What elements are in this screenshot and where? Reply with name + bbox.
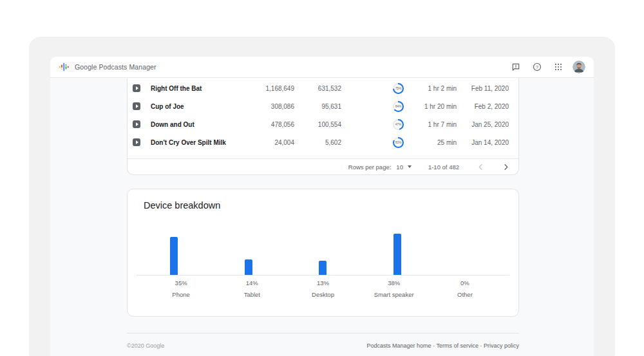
- chart-column: [137, 237, 211, 275]
- play-button[interactable]: [133, 120, 140, 128]
- google-podcasts-logo-icon: [59, 62, 69, 72]
- chart-bar: [393, 234, 401, 275]
- chart-label-column: 0% Other: [430, 276, 500, 298]
- copyright-text: ©2020 Google: [127, 342, 164, 349]
- chart-column: [211, 259, 286, 275]
- episode-duration: 1 hr 2 min: [410, 85, 457, 92]
- chart-labels: 35% Phone 14% Tablet 13% Desktop 38% Sma…: [137, 276, 509, 298]
- retention-cell: 47%: [341, 119, 410, 130]
- bar-category-label: Phone: [146, 291, 216, 298]
- bar-value-label: 35%: [146, 279, 216, 286]
- episode-duration: 1 hr 20 min: [410, 103, 457, 110]
- footer-link[interactable]: Privacy policy: [484, 342, 519, 349]
- footer-link[interactable]: Podcasts Manager home: [367, 342, 431, 349]
- retention-percent: 75%: [394, 84, 402, 93]
- screenshot-canvas: Google Podcasts Manager ?: [0, 0, 644, 356]
- chart-bar: [319, 261, 327, 275]
- episode-listeners: 100,554: [294, 121, 341, 128]
- play-icon: [136, 122, 138, 126]
- episode-date: Jan 25, 2020: [457, 121, 509, 128]
- episodes-rows: Right Off the Bat 1,168,649 631,532 75% …: [128, 78, 518, 158]
- retention-cell: 64%: [341, 101, 410, 112]
- table-row[interactable]: Don't Cry Over Spilt Milk 24,004 5,602 8…: [128, 133, 518, 151]
- episode-title[interactable]: Cup of Joe: [148, 103, 242, 110]
- chart-label-column: 14% Tablet: [216, 276, 287, 298]
- episode-duration: 25 min: [410, 139, 457, 146]
- chart-bar: [245, 259, 252, 275]
- play-icon: [136, 86, 138, 90]
- chevron-left-icon: [477, 164, 484, 171]
- pagination-bar: Rows per page: 10 1-10 of 482: [128, 158, 518, 174]
- pagination-range: 1-10 of 482: [428, 164, 459, 171]
- app-content: Right Off the Bat 1,168,649 631,532 75% …: [50, 78, 594, 349]
- episode-date: Jan 14, 2020: [457, 139, 509, 146]
- retention-percent: 64%: [394, 102, 402, 111]
- help-icon: ?: [533, 62, 542, 71]
- retention-cell: 75%: [341, 83, 410, 94]
- episode-listeners: 631,532: [294, 85, 341, 92]
- chart-column: [360, 234, 435, 275]
- play-button[interactable]: [133, 138, 140, 146]
- episode-plays: 1,168,649: [242, 85, 294, 92]
- bar-category-label: Tablet: [216, 291, 287, 298]
- episode-plays: 308,086: [242, 103, 294, 110]
- retention-ring: 83%: [393, 137, 404, 148]
- play-icon: [136, 104, 138, 108]
- episode-title[interactable]: Down and Out: [148, 121, 242, 128]
- chart-label-column: 38% Smart speaker: [359, 276, 430, 298]
- retention-cell: 83%: [341, 137, 410, 148]
- rows-per-page-value[interactable]: 10: [396, 164, 403, 171]
- next-page-button[interactable]: [502, 163, 509, 171]
- table-row[interactable]: Right Off the Bat 1,168,649 631,532 75% …: [128, 79, 518, 97]
- episode-listeners: 95,631: [294, 103, 341, 110]
- bar-category-label: Smart speaker: [359, 291, 430, 298]
- table-row[interactable]: Cup of Joe 308,086 95,631 64% 1 hr 20 mi…: [128, 97, 518, 115]
- retention-percent: 83%: [394, 138, 402, 147]
- retention-percent: 47%: [394, 120, 402, 129]
- account-avatar[interactable]: [573, 61, 585, 73]
- page-footer: ©2020 Google Podcasts Manager home · Ter…: [127, 333, 519, 349]
- chevron-right-icon: [502, 164, 509, 171]
- play-button[interactable]: [133, 102, 140, 110]
- device-breakdown-chart: 35% Phone 14% Tablet 13% Desktop 38% Sma…: [128, 224, 518, 298]
- app-header: Google Podcasts Manager ?: [50, 57, 594, 78]
- app-window: Google Podcasts Manager ?: [50, 57, 594, 356]
- footer-links: Podcasts Manager home · Terms of service…: [367, 342, 519, 349]
- episodes-table-card: Right Off the Bat 1,168,649 631,532 75% …: [127, 78, 519, 175]
- feedback-button[interactable]: [509, 60, 523, 74]
- bar-value-label: 13%: [287, 279, 358, 286]
- bar-category-label: Other: [430, 291, 500, 298]
- footer-link[interactable]: Terms of service: [436, 342, 478, 349]
- rows-per-page-label: Rows per page:: [348, 164, 392, 171]
- previous-page-button[interactable]: [477, 163, 484, 171]
- device-breakdown-card: Device breakdown 35% Phone 14% Tablet 13…: [127, 189, 519, 317]
- device-breakdown-title: Device breakdown: [144, 200, 518, 211]
- chart-column: [286, 261, 361, 275]
- footer-link-separator: ·: [478, 342, 484, 349]
- play-icon: [136, 140, 138, 144]
- apps-grid-icon: [554, 62, 563, 71]
- apps-grid-button[interactable]: [551, 60, 565, 74]
- table-row[interactable]: Down and Out 478,056 100,554 47% 1 hr 7 …: [128, 115, 518, 133]
- episode-plays: 478,056: [242, 121, 294, 128]
- chart-bar: [170, 237, 178, 275]
- episode-listeners: 5,602: [294, 139, 341, 146]
- retention-ring: 75%: [393, 83, 404, 94]
- bar-category-label: Desktop: [287, 291, 358, 298]
- app-title: Google Podcasts Manager: [75, 63, 156, 71]
- bar-value-label: 14%: [216, 279, 287, 286]
- chart-label-column: 13% Desktop: [287, 276, 358, 298]
- episode-title[interactable]: Don't Cry Over Spilt Milk: [148, 139, 242, 146]
- episode-duration: 1 hr 7 min: [410, 121, 457, 128]
- help-button[interactable]: ?: [530, 60, 544, 74]
- avatar-photo: [573, 61, 585, 73]
- bar-value-label: 0%: [430, 279, 500, 286]
- retention-ring: 47%: [393, 119, 404, 130]
- chart-columns: [137, 224, 509, 276]
- episode-plays: 24,004: [242, 139, 294, 146]
- svg-text:?: ?: [536, 65, 538, 70]
- episode-title[interactable]: Right Off the Bat: [148, 85, 242, 92]
- play-button[interactable]: [133, 84, 140, 92]
- rows-per-page-dropdown-icon[interactable]: [408, 165, 412, 168]
- episode-date: Feb 2, 2020: [457, 103, 509, 110]
